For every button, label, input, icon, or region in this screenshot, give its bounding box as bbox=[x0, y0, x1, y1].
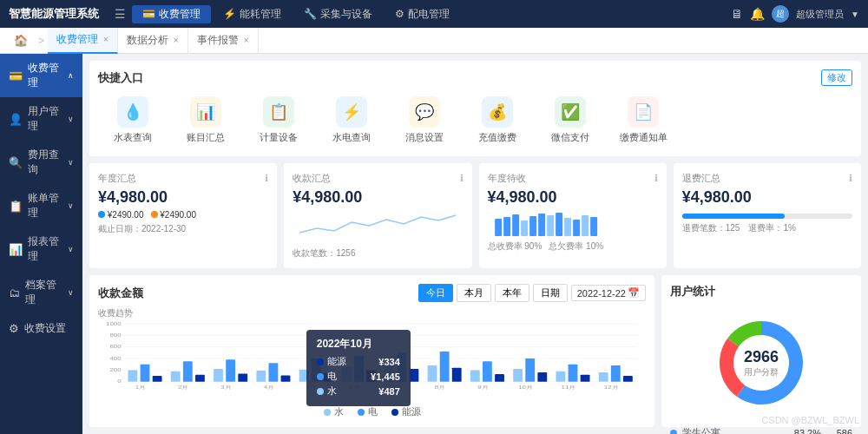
svg-rect-54 bbox=[452, 368, 462, 382]
monitor-icon[interactable]: 🖥 bbox=[731, 7, 743, 21]
svg-rect-32 bbox=[214, 369, 223, 382]
quick-item-4[interactable]: 💬 消息设置 bbox=[390, 93, 459, 148]
quick-icon-0: 💧 bbox=[123, 102, 142, 122]
tab-home[interactable]: 🏠 bbox=[7, 34, 35, 47]
sidebar-item-dananguanli[interactable]: 🗂 档案管理 ∨ bbox=[0, 271, 82, 314]
quick-icon-box-2: 📋 bbox=[263, 96, 294, 128]
edit-button[interactable]: 修改 bbox=[821, 69, 852, 86]
user-stat-dot-0 bbox=[670, 430, 677, 435]
ctrl-month[interactable]: 本月 bbox=[457, 284, 491, 302]
svg-rect-24 bbox=[128, 370, 138, 381]
expense-footer: 退费笔数：125 退费率：1% bbox=[682, 222, 852, 234]
info-icon-3[interactable]: ℹ bbox=[654, 173, 658, 184]
user-stat-pct-0: 83.2% bbox=[790, 428, 821, 435]
card-title-2: 收款汇总 ℹ bbox=[293, 172, 463, 185]
svg-rect-10 bbox=[582, 215, 589, 236]
card-footer-2: 收款笔数：1256 bbox=[293, 247, 463, 260]
quick-item-3[interactable]: ⚡ 水电查询 bbox=[317, 93, 386, 148]
info-icon-1[interactable]: ℹ bbox=[265, 173, 268, 184]
svg-text:200: 200 bbox=[109, 368, 122, 372]
stat-card-annual-summary: 年度汇总 ℹ ¥4,980.00 ¥2490.00 ¥2490.00 截止日期：… bbox=[89, 163, 277, 268]
donut-label: 用户分群 bbox=[744, 366, 779, 378]
tooltip-label-electricity: 电 bbox=[327, 370, 367, 383]
avatar[interactable]: 超 bbox=[772, 5, 789, 23]
nav-tab-peidian[interactable]: ⚙ 配电管理 bbox=[385, 5, 460, 23]
quick-icon-1: 📊 bbox=[196, 102, 215, 122]
tooltip-title: 2022年10月 bbox=[317, 337, 400, 352]
tab-close-shujufenxi[interactable]: × bbox=[174, 36, 179, 45]
sidebar-item-shoufeiguanli[interactable]: 💳 收费管理 ∧ bbox=[0, 54, 82, 97]
nav-tab-nenghaoguanli[interactable]: ⚡ 能耗管理 bbox=[213, 5, 292, 23]
quick-icon-box-3: ⚡ bbox=[336, 96, 367, 128]
bell-icon[interactable]: 🔔 bbox=[750, 7, 765, 21]
ctrl-year[interactable]: 本年 bbox=[495, 284, 529, 302]
nav-tab-caijiyushebei[interactable]: 🔧 采集与设备 bbox=[293, 5, 383, 23]
card-sub-1: ¥2490.00 ¥2490.00 bbox=[98, 210, 268, 220]
sidebar-item-baobaoguanli[interactable]: 📊 报表管理 ∨ bbox=[0, 227, 82, 271]
svg-rect-62 bbox=[537, 372, 547, 382]
ctrl-date[interactable]: 日期 bbox=[533, 284, 568, 302]
sidebar-item-yonghuguanli[interactable]: 👤 用户管理 ∨ bbox=[0, 97, 82, 141]
date-input[interactable]: 2022-12-22 📅 bbox=[571, 285, 646, 301]
chevron-down-icon[interactable]: ▼ bbox=[851, 10, 859, 19]
svg-rect-65 bbox=[569, 365, 578, 382]
progress-fill bbox=[682, 214, 785, 219]
legend-dot-electricity bbox=[358, 409, 365, 416]
legend-dot-water bbox=[324, 409, 331, 416]
quick-icon-5: 💰 bbox=[488, 102, 507, 122]
menu-toggle-icon[interactable]: ☰ bbox=[111, 5, 128, 23]
tab-close-shoufeiguanli[interactable]: × bbox=[103, 35, 108, 44]
ctrl-today[interactable]: 今日 bbox=[418, 284, 453, 302]
legend-electricity: 电 bbox=[358, 405, 378, 418]
sidebar-item-zhangdanguanli[interactable]: 📋 账单管理 ∨ bbox=[0, 184, 82, 227]
quick-icon-box-1: 📊 bbox=[190, 96, 221, 128]
svg-rect-64 bbox=[556, 372, 565, 382]
svg-rect-30 bbox=[195, 375, 205, 382]
tab-shujufenxi[interactable]: 数据分析 × bbox=[118, 28, 188, 54]
user-stats-section: 用户统计 2966 用户分群 学生公寓 83.2% 586 职工宿舍 83.2%… bbox=[661, 275, 861, 427]
quick-item-6[interactable]: ✅ 微信支付 bbox=[536, 93, 605, 148]
card-title-3: 年度待收 ℹ bbox=[488, 172, 658, 185]
svg-rect-53 bbox=[440, 352, 450, 382]
quick-icon-box-4: 💬 bbox=[409, 96, 440, 128]
tab-shijianbaojing[interactable]: 事件报警 × bbox=[188, 28, 259, 54]
sidebar-item-feiyongchaxun[interactable]: 🔍 费用查询 ∨ bbox=[0, 141, 82, 184]
tab-close-shijianbaojing[interactable]: × bbox=[244, 36, 249, 45]
svg-text:600: 600 bbox=[109, 345, 122, 349]
svg-rect-68 bbox=[599, 372, 608, 382]
svg-rect-26 bbox=[153, 376, 162, 382]
info-icon-4[interactable]: ℹ bbox=[849, 173, 852, 184]
orange-dot bbox=[151, 211, 158, 218]
sidebar-item-shoufeishezhi[interactable]: ⚙ 收费设置 bbox=[0, 314, 82, 343]
quick-item-0[interactable]: 💧 水表查询 bbox=[98, 93, 168, 148]
search-icon: 🔍 bbox=[9, 156, 23, 169]
quick-item-2[interactable]: 📋 计量设备 bbox=[244, 93, 313, 148]
quick-item-5[interactable]: 💰 充值缴费 bbox=[463, 93, 532, 148]
user-stat-row-0: 学生公寓 83.2% 586 bbox=[670, 426, 852, 434]
tab-shoufeiguanli[interactable]: 收费管理 × bbox=[48, 28, 118, 54]
svg-text:3月: 3月 bbox=[220, 385, 231, 390]
quick-item-1[interactable]: 📊 账目汇总 bbox=[171, 93, 240, 148]
tooltip-row-water: 水 ¥487 bbox=[317, 385, 400, 398]
nav-tab-shoufeiguanli[interactable]: 💳 收费管理 bbox=[132, 5, 211, 23]
svg-rect-50 bbox=[409, 369, 418, 382]
stats-row: 年度汇总 ℹ ¥4,980.00 ¥2490.00 ¥2490.00 截止日期：… bbox=[89, 163, 861, 268]
income-footer: 总收费率 90% 总欠费率 10% bbox=[488, 240, 658, 253]
quick-label-2: 计量设备 bbox=[260, 131, 298, 144]
chart-title: 收款金额 bbox=[98, 286, 415, 301]
quick-item-7[interactable]: 📄 缴费通知单 bbox=[608, 93, 678, 148]
top-nav: 智慧能源管理系统 ☰ 💳 收费管理 ⚡ 能耗管理 🔧 采集与设备 ⚙ 配电管理 … bbox=[0, 0, 868, 28]
main-layout: 💳 收费管理 ∧ 👤 用户管理 ∨ 🔍 费用查询 ∨ 📋 账单管理 ∨ 📊 报表… bbox=[0, 54, 868, 434]
legend-dot-energy bbox=[391, 409, 398, 416]
quick-icon-4: 💬 bbox=[415, 102, 434, 122]
card-value-2: ¥4,980.00 bbox=[293, 188, 463, 207]
quick-icon-7: 📄 bbox=[634, 102, 653, 122]
quick-label-4: 消息设置 bbox=[405, 131, 444, 144]
svg-text:1月: 1月 bbox=[135, 385, 146, 390]
quick-label-5: 充值缴费 bbox=[478, 131, 516, 144]
tooltip-dot-electricity bbox=[317, 373, 324, 380]
info-icon-2[interactable]: ℹ bbox=[460, 173, 464, 184]
tab-bar: 🏠 > 收费管理 × 数据分析 × 事件报警 × bbox=[0, 28, 868, 54]
top-right-icons: 🖥 🔔 超 超级管理员 ▼ bbox=[731, 5, 859, 23]
svg-rect-69 bbox=[611, 365, 621, 382]
